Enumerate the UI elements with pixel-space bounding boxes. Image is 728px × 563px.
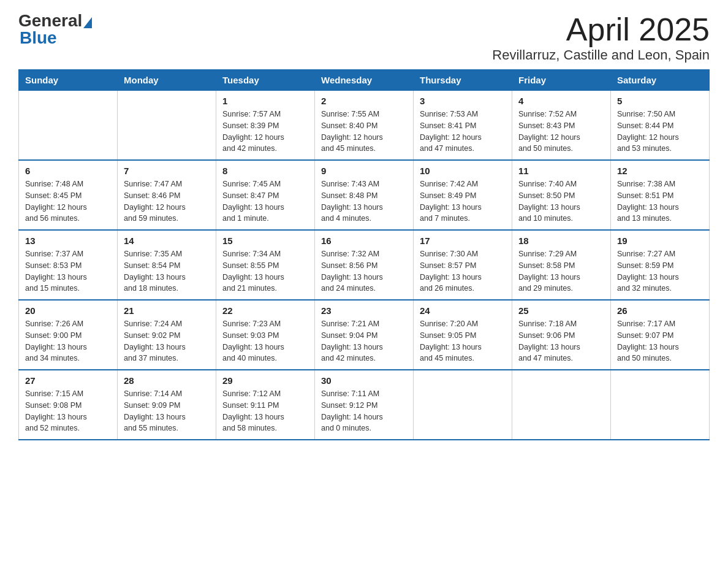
day-info: Sunrise: 7:14 AMSunset: 9:09 PMDaylight:… (124, 388, 210, 434)
day-info: Sunrise: 7:35 AMSunset: 8:54 PMDaylight:… (124, 248, 210, 294)
day-info: Sunrise: 7:48 AMSunset: 8:45 PMDaylight:… (25, 178, 111, 224)
header-friday: Friday (512, 70, 611, 91)
calendar-cell: 15Sunrise: 7:34 AMSunset: 8:55 PMDayligh… (216, 230, 315, 300)
calendar-cell: 23Sunrise: 7:21 AMSunset: 9:04 PMDayligh… (315, 300, 414, 370)
day-info: Sunrise: 7:50 AMSunset: 8:44 PMDaylight:… (617, 109, 703, 155)
day-info: Sunrise: 7:21 AMSunset: 9:04 PMDaylight:… (321, 318, 407, 364)
calendar-cell: 1Sunrise: 7:57 AMSunset: 8:39 PMDaylight… (216, 91, 315, 161)
calendar-header-row: SundayMondayTuesdayWednesdayThursdayFrid… (19, 70, 710, 91)
header-tuesday: Tuesday (216, 70, 315, 91)
day-number: 26 (617, 305, 703, 316)
calendar-cell (611, 370, 710, 440)
day-info: Sunrise: 7:42 AMSunset: 8:49 PMDaylight:… (420, 178, 506, 224)
day-number: 12 (617, 166, 703, 176)
day-number: 27 (25, 375, 111, 386)
day-number: 1 (222, 96, 308, 106)
day-number: 7 (124, 166, 210, 176)
calendar-cell (414, 370, 512, 440)
calendar-cell: 12Sunrise: 7:38 AMSunset: 8:51 PMDayligh… (611, 160, 710, 230)
page-header: General Blue April 2025 Revillarruz, Cas… (18, 12, 710, 63)
day-info: Sunrise: 7:15 AMSunset: 9:08 PMDaylight:… (25, 388, 111, 434)
day-number: 30 (321, 375, 407, 386)
calendar-cell: 18Sunrise: 7:29 AMSunset: 8:58 PMDayligh… (512, 230, 611, 300)
header-sunday: Sunday (19, 70, 118, 91)
header-thursday: Thursday (414, 70, 512, 91)
day-number: 18 (518, 236, 604, 246)
day-info: Sunrise: 7:17 AMSunset: 9:07 PMDaylight:… (617, 318, 703, 364)
day-info: Sunrise: 7:52 AMSunset: 8:43 PMDaylight:… (518, 109, 604, 155)
calendar-cell (512, 370, 611, 440)
day-number: 20 (25, 305, 111, 316)
day-info: Sunrise: 7:24 AMSunset: 9:02 PMDaylight:… (124, 318, 210, 364)
day-number: 2 (321, 96, 407, 106)
day-number: 21 (124, 305, 210, 316)
calendar-cell: 3Sunrise: 7:53 AMSunset: 8:41 PMDaylight… (414, 91, 512, 161)
day-info: Sunrise: 7:37 AMSunset: 8:53 PMDaylight:… (25, 248, 111, 294)
day-info: Sunrise: 7:27 AMSunset: 8:59 PMDaylight:… (617, 248, 703, 294)
day-info: Sunrise: 7:45 AMSunset: 8:47 PMDaylight:… (222, 178, 308, 224)
day-number: 5 (617, 96, 703, 106)
title-block: April 2025 Revillarruz, Castille and Leo… (492, 12, 710, 63)
day-number: 22 (222, 305, 308, 316)
calendar-cell: 10Sunrise: 7:42 AMSunset: 8:49 PMDayligh… (414, 160, 512, 230)
calendar-cell: 6Sunrise: 7:48 AMSunset: 8:45 PMDaylight… (19, 160, 118, 230)
header-wednesday: Wednesday (315, 70, 414, 91)
calendar-cell: 25Sunrise: 7:18 AMSunset: 9:06 PMDayligh… (512, 300, 611, 370)
day-number: 28 (124, 375, 210, 386)
day-info: Sunrise: 7:23 AMSunset: 9:03 PMDaylight:… (222, 318, 308, 364)
day-number: 23 (321, 305, 407, 316)
calendar-cell: 13Sunrise: 7:37 AMSunset: 8:53 PMDayligh… (19, 230, 118, 300)
day-info: Sunrise: 7:40 AMSunset: 8:50 PMDaylight:… (518, 178, 604, 224)
header-monday: Monday (118, 70, 216, 91)
calendar-cell: 20Sunrise: 7:26 AMSunset: 9:00 PMDayligh… (19, 300, 118, 370)
day-number: 8 (222, 166, 308, 176)
logo-blue-text: Blue (20, 29, 92, 47)
day-number: 4 (518, 96, 604, 106)
day-info: Sunrise: 7:32 AMSunset: 8:56 PMDaylight:… (321, 248, 407, 294)
calendar-cell: 14Sunrise: 7:35 AMSunset: 8:54 PMDayligh… (118, 230, 216, 300)
logo: General Blue (18, 12, 92, 47)
day-info: Sunrise: 7:18 AMSunset: 9:06 PMDaylight:… (518, 318, 604, 364)
calendar-cell (19, 91, 118, 161)
day-info: Sunrise: 7:47 AMSunset: 8:46 PMDaylight:… (124, 178, 210, 224)
calendar-cell: 21Sunrise: 7:24 AMSunset: 9:02 PMDayligh… (118, 300, 216, 370)
calendar-cell: 19Sunrise: 7:27 AMSunset: 8:59 PMDayligh… (611, 230, 710, 300)
calendar-cell: 30Sunrise: 7:11 AMSunset: 9:12 PMDayligh… (315, 370, 414, 440)
day-info: Sunrise: 7:57 AMSunset: 8:39 PMDaylight:… (222, 109, 308, 155)
day-info: Sunrise: 7:38 AMSunset: 8:51 PMDaylight:… (617, 178, 703, 224)
calendar-cell: 22Sunrise: 7:23 AMSunset: 9:03 PMDayligh… (216, 300, 315, 370)
day-number: 19 (617, 236, 703, 246)
day-number: 24 (420, 305, 506, 316)
day-number: 14 (124, 236, 210, 246)
calendar-week-3: 13Sunrise: 7:37 AMSunset: 8:53 PMDayligh… (19, 230, 710, 300)
header-saturday: Saturday (611, 70, 710, 91)
day-number: 15 (222, 236, 308, 246)
day-number: 16 (321, 236, 407, 246)
day-info: Sunrise: 7:43 AMSunset: 8:48 PMDaylight:… (321, 178, 407, 224)
day-number: 11 (518, 166, 604, 176)
calendar-cell: 4Sunrise: 7:52 AMSunset: 8:43 PMDaylight… (512, 91, 611, 161)
calendar-cell: 5Sunrise: 7:50 AMSunset: 8:44 PMDaylight… (611, 91, 710, 161)
day-number: 6 (25, 166, 111, 176)
calendar-cell: 16Sunrise: 7:32 AMSunset: 8:56 PMDayligh… (315, 230, 414, 300)
logo-triangle-icon (83, 17, 92, 28)
calendar-cell: 11Sunrise: 7:40 AMSunset: 8:50 PMDayligh… (512, 160, 611, 230)
day-number: 17 (420, 236, 506, 246)
calendar-cell: 9Sunrise: 7:43 AMSunset: 8:48 PMDaylight… (315, 160, 414, 230)
calendar-cell: 17Sunrise: 7:30 AMSunset: 8:57 PMDayligh… (414, 230, 512, 300)
day-info: Sunrise: 7:29 AMSunset: 8:58 PMDaylight:… (518, 248, 604, 294)
day-number: 9 (321, 166, 407, 176)
calendar-cell: 8Sunrise: 7:45 AMSunset: 8:47 PMDaylight… (216, 160, 315, 230)
day-number: 25 (518, 305, 604, 316)
calendar-table: SundayMondayTuesdayWednesdayThursdayFrid… (18, 69, 710, 440)
calendar-cell: 26Sunrise: 7:17 AMSunset: 9:07 PMDayligh… (611, 300, 710, 370)
day-info: Sunrise: 7:34 AMSunset: 8:55 PMDaylight:… (222, 248, 308, 294)
calendar-cell: 28Sunrise: 7:14 AMSunset: 9:09 PMDayligh… (118, 370, 216, 440)
calendar-cell: 27Sunrise: 7:15 AMSunset: 9:08 PMDayligh… (19, 370, 118, 440)
day-info: Sunrise: 7:30 AMSunset: 8:57 PMDaylight:… (420, 248, 506, 294)
day-number: 29 (222, 375, 308, 386)
day-number: 10 (420, 166, 506, 176)
calendar-week-2: 6Sunrise: 7:48 AMSunset: 8:45 PMDaylight… (19, 160, 710, 230)
calendar-cell: 29Sunrise: 7:12 AMSunset: 9:11 PMDayligh… (216, 370, 315, 440)
day-info: Sunrise: 7:53 AMSunset: 8:41 PMDaylight:… (420, 109, 506, 155)
